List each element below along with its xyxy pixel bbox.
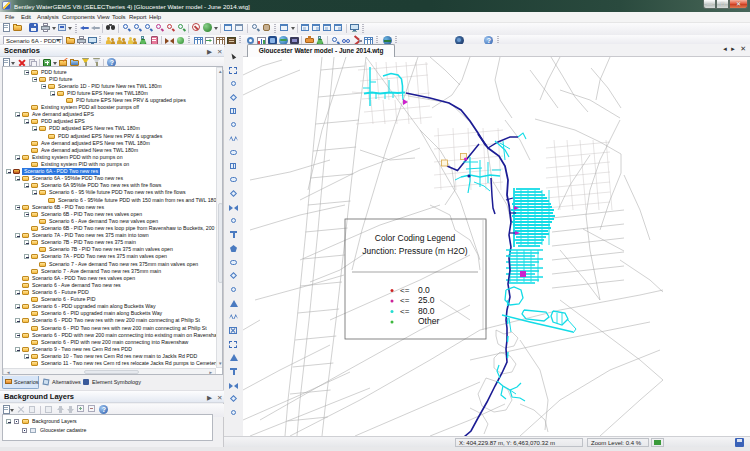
svg-text:Color Coding Legend: Color Coding Legend bbox=[375, 233, 456, 243]
svg-text:80.0: 80.0 bbox=[418, 306, 435, 316]
svg-text:25.0: 25.0 bbox=[418, 295, 435, 305]
svg-text:Junction: Pressure (m H2O): Junction: Pressure (m H2O) bbox=[362, 246, 468, 256]
svg-text:<=: <= bbox=[400, 307, 410, 316]
svg-text:<=: <= bbox=[400, 296, 410, 305]
svg-text:0.0: 0.0 bbox=[418, 285, 430, 295]
svg-text:Other: Other bbox=[418, 316, 439, 326]
svg-text:<=: <= bbox=[400, 286, 410, 295]
